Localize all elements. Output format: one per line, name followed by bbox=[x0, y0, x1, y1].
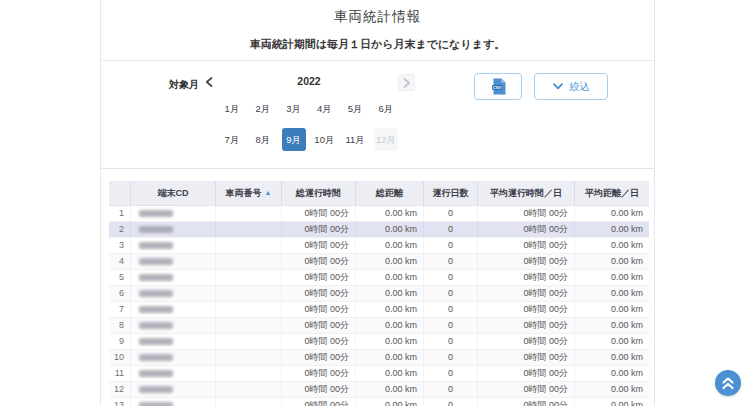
avg-distance-cell: 0.00 km bbox=[574, 254, 649, 269]
table-row[interactable]: 80時間 00分0.00 km00時間 00分0.00 km bbox=[109, 318, 649, 334]
total-time-cell: 0時間 00分 bbox=[281, 270, 355, 285]
table-row[interactable]: 130時間 00分0.00 km00時間 00分0.00 km bbox=[109, 398, 649, 406]
table-row[interactable]: 10時間 00分0.00 km00時間 00分0.00 km bbox=[109, 206, 649, 222]
total-time-cell: 0時間 00分 bbox=[281, 382, 355, 397]
avg-time-cell: 0時間 00分 bbox=[477, 286, 574, 301]
redacted-terminal-cd-value bbox=[139, 306, 173, 313]
month-grid-row-2: 7月8月9月10月11月12月 bbox=[220, 128, 398, 151]
header-vehicle-no[interactable]: 車両番号▲ bbox=[215, 181, 281, 205]
table-section: 端末CD 車両番号▲ 総運行時間 総距離 運行日数 平均運行時間／日 平均距離／… bbox=[101, 169, 654, 406]
redacted-terminal-cd-value bbox=[139, 290, 173, 297]
terminal-cd-cell bbox=[130, 382, 215, 397]
table-row[interactable]: 50時間 00分0.00 km00時間 00分0.00 km bbox=[109, 270, 649, 286]
vehicle-no-cell bbox=[215, 254, 281, 269]
total-time-cell: 0時間 00分 bbox=[281, 206, 355, 221]
header-total-time[interactable]: 総運行時間 bbox=[281, 181, 355, 205]
month-button-4[interactable]: 4月 bbox=[312, 97, 336, 120]
redacted-terminal-cd-value bbox=[139, 322, 173, 329]
operating-days-cell: 0 bbox=[423, 350, 477, 365]
table-body: 10時間 00分0.00 km00時間 00分0.00 km20時間 00分0.… bbox=[109, 206, 649, 406]
month-button-6[interactable]: 6月 bbox=[374, 97, 398, 120]
month-button-5[interactable]: 5月 bbox=[343, 97, 367, 120]
filter-button-label: 絞込 bbox=[570, 80, 590, 94]
avg-distance-cell: 0.00 km bbox=[574, 270, 649, 285]
filter-button[interactable]: 絞込 bbox=[534, 73, 608, 100]
operating-days-cell: 0 bbox=[423, 334, 477, 349]
avg-distance-cell: 0.00 km bbox=[574, 398, 649, 406]
total-distance-cell: 0.00 km bbox=[355, 318, 423, 333]
total-time-cell: 0時間 00分 bbox=[281, 222, 355, 237]
vehicle-no-cell bbox=[215, 206, 281, 221]
total-distance-cell: 0.00 km bbox=[355, 398, 423, 406]
avg-time-cell: 0時間 00分 bbox=[477, 398, 574, 406]
avg-distance-cell: 0.00 km bbox=[574, 318, 649, 333]
vehicle-no-cell bbox=[215, 270, 281, 285]
month-grid: 1月2月3月4月5月6月 7月8月9月10月11月12月 bbox=[220, 97, 398, 159]
table-row[interactable]: 20時間 00分0.00 km00時間 00分0.00 km bbox=[109, 222, 649, 238]
operating-days-cell: 0 bbox=[423, 366, 477, 381]
chevron-down-icon bbox=[553, 83, 563, 90]
header-operating-days[interactable]: 運行日数 bbox=[423, 181, 477, 205]
table-row[interactable]: 120時間 00分0.00 km00時間 00分0.00 km bbox=[109, 382, 649, 398]
table-row[interactable]: 30時間 00分0.00 km00時間 00分0.00 km bbox=[109, 238, 649, 254]
vehicle-no-cell bbox=[215, 302, 281, 317]
csv-download-button[interactable]: CSV bbox=[474, 73, 522, 100]
row-number-cell: 2 bbox=[109, 222, 130, 237]
month-button-3[interactable]: 3月 bbox=[282, 97, 306, 120]
month-grid-row-1: 1月2月3月4月5月6月 bbox=[220, 97, 398, 120]
scroll-to-top-button[interactable] bbox=[715, 370, 741, 396]
redacted-terminal-cd-value bbox=[139, 210, 173, 217]
total-time-cell: 0時間 00分 bbox=[281, 238, 355, 253]
month-button-1[interactable]: 1月 bbox=[220, 97, 244, 120]
month-button-11[interactable]: 11月 bbox=[343, 128, 367, 151]
next-year-button[interactable] bbox=[398, 74, 415, 91]
avg-distance-cell: 0.00 km bbox=[574, 302, 649, 317]
header-terminal-cd[interactable]: 端末CD bbox=[130, 181, 215, 205]
row-number-cell: 10 bbox=[109, 350, 130, 365]
terminal-cd-cell bbox=[130, 222, 215, 237]
main-content: 車両統計情報 車両統計期間は毎月１日から月末までになります。 対象月 2022 … bbox=[100, 0, 655, 406]
avg-time-cell: 0時間 00分 bbox=[477, 238, 574, 253]
vehicle-no-cell bbox=[215, 222, 281, 237]
table-row[interactable]: 110時間 00分0.00 km00時間 00分0.00 km bbox=[109, 366, 649, 382]
vehicle-statistics-table: 端末CD 車両番号▲ 総運行時間 総距離 運行日数 平均運行時間／日 平均距離／… bbox=[109, 181, 649, 406]
vehicle-no-cell bbox=[215, 366, 281, 381]
page-subtitle: 車両統計期間は毎月１日から月末までになります。 bbox=[101, 37, 654, 52]
month-button-2[interactable]: 2月 bbox=[251, 97, 275, 120]
avg-time-cell: 0時間 00分 bbox=[477, 254, 574, 269]
total-time-cell: 0時間 00分 bbox=[281, 286, 355, 301]
terminal-cd-cell bbox=[130, 318, 215, 333]
avg-time-cell: 0時間 00分 bbox=[477, 270, 574, 285]
redacted-terminal-cd-value bbox=[139, 226, 173, 233]
row-number-cell: 9 bbox=[109, 334, 130, 349]
month-button-9[interactable]: 9月 bbox=[282, 128, 306, 151]
table-row[interactable]: 40時間 00分0.00 km00時間 00分0.00 km bbox=[109, 254, 649, 270]
vehicle-no-cell bbox=[215, 286, 281, 301]
total-time-cell: 0時間 00分 bbox=[281, 366, 355, 381]
table-row[interactable]: 100時間 00分0.00 km00時間 00分0.00 km bbox=[109, 350, 649, 366]
redacted-terminal-cd-value bbox=[139, 354, 173, 361]
header-avg-time-per-day[interactable]: 平均運行時間／日 bbox=[477, 181, 574, 205]
table-header-row: 端末CD 車両番号▲ 総運行時間 総距離 運行日数 平均運行時間／日 平均距離／… bbox=[109, 181, 649, 206]
avg-time-cell: 0時間 00分 bbox=[477, 366, 574, 381]
redacted-terminal-cd-value bbox=[139, 386, 173, 393]
header-total-distance[interactable]: 総距離 bbox=[355, 181, 423, 205]
total-time-cell: 0時間 00分 bbox=[281, 302, 355, 317]
avg-time-cell: 0時間 00分 bbox=[477, 382, 574, 397]
header-avg-distance-per-day[interactable]: 平均距離／日 bbox=[574, 181, 649, 205]
sort-ascending-icon: ▲ bbox=[265, 189, 272, 196]
month-button-10[interactable]: 10月 bbox=[312, 128, 336, 151]
table-row[interactable]: 90時間 00分0.00 km00時間 00分0.00 km bbox=[109, 334, 649, 350]
month-button-7[interactable]: 7月 bbox=[220, 128, 244, 151]
operating-days-cell: 0 bbox=[423, 286, 477, 301]
row-number-cell: 11 bbox=[109, 366, 130, 381]
month-button-8[interactable]: 8月 bbox=[251, 128, 275, 151]
avg-time-cell: 0時間 00分 bbox=[477, 206, 574, 221]
table-row[interactable]: 70時間 00分0.00 km00時間 00分0.00 km bbox=[109, 302, 649, 318]
month-button-12: 12月 bbox=[374, 128, 398, 151]
terminal-cd-cell bbox=[130, 238, 215, 253]
redacted-terminal-cd-value bbox=[139, 242, 173, 249]
row-number-cell: 5 bbox=[109, 270, 130, 285]
total-distance-cell: 0.00 km bbox=[355, 254, 423, 269]
table-row[interactable]: 60時間 00分0.00 km00時間 00分0.00 km bbox=[109, 286, 649, 302]
